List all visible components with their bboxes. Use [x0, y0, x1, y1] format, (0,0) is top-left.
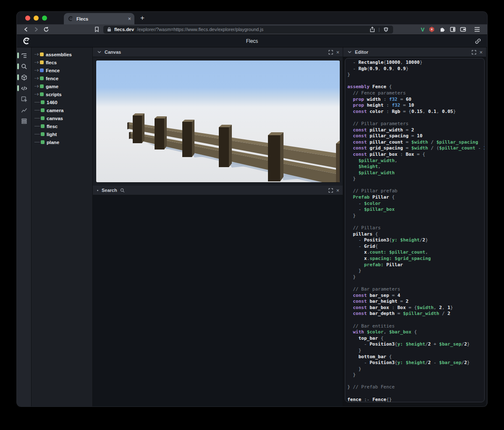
code-line[interactable]: const bar_depth = $pillar_width / 2 — [347, 311, 484, 317]
code-line[interactable]: bottom_bar { — [347, 354, 484, 360]
code-line[interactable] — [347, 317, 484, 323]
close-icon[interactable]: × — [336, 50, 339, 55]
zoom-window-button[interactable] — [42, 16, 47, 21]
new-tab-button[interactable]: + — [140, 14, 144, 22]
code-line[interactable] — [347, 219, 484, 225]
code-line[interactable]: } // Prefab Fence — [347, 384, 484, 391]
close-icon[interactable]: × — [336, 188, 339, 193]
minimize-window-button[interactable] — [34, 16, 39, 21]
chevron-down-icon[interactable] — [96, 49, 102, 55]
tree-item-fence[interactable]: ›fence — [32, 74, 92, 82]
panel-dot-icon[interactable] — [97, 190, 98, 191]
menu-icon[interactable] — [474, 26, 480, 33]
code-line[interactable]: - Position3{y: $height/2 + $bar_sep/2} — [347, 341, 484, 348]
code-line[interactable]: fence :- Fence{} — [347, 397, 484, 402]
inspector-icon[interactable] — [17, 94, 31, 105]
tree-item-light[interactable]: light — [32, 130, 92, 138]
tree-item-flecs[interactable]: ›flecs — [32, 58, 92, 66]
code-line[interactable]: - $pillar_box — [347, 207, 484, 213]
code-line[interactable]: assembly Fence { — [347, 84, 484, 90]
close-window-button[interactable] — [25, 16, 30, 21]
data-stack-icon[interactable] — [17, 115, 31, 126]
code-line[interactable]: const bar_height = 2 — [347, 299, 484, 305]
code-line[interactable] — [347, 378, 484, 385]
canvas-3d-icon[interactable] — [17, 72, 31, 83]
code-line[interactable]: - Position3{y: $height/2} — [347, 237, 484, 244]
code-line[interactable]: // Pillar parameters — [347, 121, 484, 127]
extension-red-hex-icon[interactable] — [428, 26, 435, 33]
bookmark-icon[interactable] — [93, 26, 100, 33]
chevron-right-icon[interactable]: › — [37, 92, 39, 96]
chevron-down-icon[interactable] — [346, 49, 352, 55]
code-line[interactable]: const grid_spacing = $width / ($pillar_c… — [347, 145, 484, 152]
tree-item-camera[interactable]: camera — [32, 106, 92, 114]
code-line[interactable] — [347, 182, 484, 189]
tree-item-game[interactable]: ›game — [32, 82, 92, 90]
code-line[interactable]: - Rgb{0.9, 0.9, 0.9} — [347, 66, 484, 72]
chevron-right-icon[interactable]: › — [37, 76, 39, 80]
tree-item-Fence[interactable]: ›Fence — [32, 66, 92, 74]
tree-item-1460[interactable]: 1460 — [32, 98, 92, 106]
code-line[interactable]: - $color — [347, 201, 484, 207]
code-line[interactable]: const color : Rgb = {0.15, 0.1, 0.05} — [347, 109, 484, 115]
code-line[interactable]: const pillar_count = $width / $pillar_sp… — [347, 139, 484, 146]
code-line[interactable]: // Bar parameters — [347, 286, 484, 293]
code-line[interactable]: } — [347, 176, 484, 182]
fullscreen-icon[interactable] — [328, 49, 333, 55]
tree-item-canvas[interactable]: canvas — [32, 114, 92, 122]
brave-shield-icon[interactable] — [383, 26, 389, 33]
reload-icon[interactable] — [43, 26, 50, 33]
stats-chart-icon[interactable] — [17, 105, 31, 115]
code-line[interactable]: Prefab Pillar { — [347, 194, 484, 201]
code-line[interactable]: } — [347, 274, 484, 281]
fullscreen-icon[interactable] — [328, 187, 333, 193]
fullscreen-icon[interactable] — [471, 49, 477, 55]
tree-item-flesc[interactable]: flesc — [32, 122, 92, 130]
code-line[interactable]: // Fence parameters — [347, 90, 484, 97]
code-line[interactable]: - Rectangle{10000, 10000} — [347, 60, 484, 66]
code-line[interactable]: const pillar_width = 2 — [347, 127, 484, 134]
tab-close-icon[interactable]: × — [128, 16, 131, 21]
code-line[interactable]: const pillar_box : Box = { — [347, 152, 484, 158]
chevron-right-icon[interactable]: › — [37, 60, 39, 64]
code-line[interactable]: } — [347, 348, 484, 354]
code-editor-icon[interactable] — [17, 83, 31, 94]
tree-item-scripts[interactable]: ›scripts — [32, 90, 92, 98]
forward-icon[interactable] — [33, 26, 39, 33]
code-line[interactable]: $pillar_width — [347, 170, 484, 176]
sidebar-toggle-icon[interactable] — [449, 26, 456, 33]
code-line[interactable]: } — [347, 72, 484, 78]
code-line[interactable]: // Bar entities — [347, 323, 484, 330]
close-icon[interactable]: × — [479, 50, 483, 55]
code-line[interactable]: } — [347, 372, 484, 378]
query-search-icon[interactable] — [17, 61, 31, 72]
code-line[interactable]: const bar_box : Box = {$width, 2, 1} — [347, 305, 484, 311]
vue-devtools-icon[interactable]: V — [421, 26, 425, 33]
code-line[interactable]: prop height : f32 = 10 — [347, 102, 484, 109]
code-line[interactable]: $height, — [347, 164, 484, 170]
code-line[interactable] — [347, 391, 484, 397]
chevron-right-icon[interactable]: › — [37, 52, 39, 56]
code-line[interactable]: const pillar_spacing = 10 — [347, 133, 484, 139]
tree-item-assemblies[interactable]: ›assemblies — [32, 50, 92, 58]
browser-tab[interactable]: Flecs × — [64, 13, 134, 24]
url-bar[interactable]: flecs.dev /explorer/?wasm=https://www.fl… — [103, 26, 393, 34]
share-icon[interactable] — [369, 26, 375, 33]
code-line[interactable]: x.spacing: $grid_spacing — [347, 256, 484, 262]
back-icon[interactable] — [23, 26, 29, 33]
code-line[interactable] — [347, 115, 484, 121]
chevron-right-icon[interactable]: › — [37, 68, 39, 72]
code-line[interactable]: } — [347, 213, 484, 219]
wallet-icon[interactable] — [460, 26, 467, 33]
code-line[interactable]: pillars { — [347, 231, 484, 238]
tree-item-plane[interactable]: plane — [32, 138, 92, 146]
code-line[interactable]: // Pillar prefab — [347, 188, 484, 194]
code-line[interactable]: const bar_sep = 4 — [347, 293, 484, 299]
code-line[interactable]: // Pillars — [347, 225, 484, 231]
code-editor[interactable]: - Rectangle{10000, 10000} - Rgb{0.9, 0.9… — [345, 58, 485, 402]
code-line[interactable]: $pillar_width, — [347, 158, 484, 164]
code-line[interactable]: with $color, $bar_box { — [347, 329, 484, 336]
fence-3d-render[interactable] — [96, 60, 340, 183]
extensions-puzzle-icon[interactable] — [439, 26, 446, 33]
code-line[interactable]: top_bar { — [347, 336, 484, 342]
